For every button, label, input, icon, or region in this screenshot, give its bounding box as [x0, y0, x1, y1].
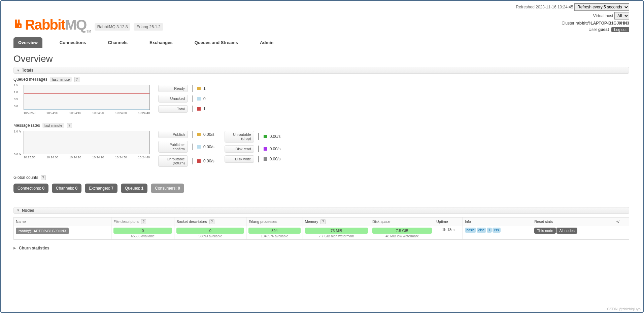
erlang-version: Erlang 26.1.2	[134, 23, 163, 31]
tab-admin[interactable]: Admin	[255, 37, 278, 48]
legend-item: Total 1	[158, 105, 206, 113]
legend-item: Unroutable (return) 0.00/s	[158, 155, 214, 167]
help-icon[interactable]: ?	[320, 219, 326, 224]
table-header: Reset stats	[532, 217, 614, 226]
legend-label[interactable]: Publisher confirm	[158, 141, 188, 152]
user-name: guest	[598, 27, 609, 32]
legend-value: 0.00/s	[203, 159, 214, 163]
tab-overview[interactable]: Overview	[13, 37, 42, 48]
legend-swatch	[264, 147, 267, 151]
table-header: Erlang processes	[246, 217, 303, 226]
info-tag: basic	[465, 228, 476, 233]
churn-section-header[interactable]: ▶ Churn statistics	[13, 246, 629, 250]
cluster-label: Cluster	[562, 21, 575, 26]
watermark-text: CSDN @zhizhiqiuya	[607, 307, 641, 311]
legend-item: Disk write 0.00/s	[225, 155, 281, 163]
rabbitmq-version: RabbitMQ 3.12.8	[95, 23, 131, 31]
totals-section-header[interactable]: ▼ Totals	[13, 67, 629, 74]
table-header: File descriptors ?	[111, 217, 174, 226]
queued-time-badge[interactable]: last minute	[50, 77, 72, 82]
table-header: Socket descriptors ?	[174, 217, 246, 226]
legend-swatch	[264, 135, 267, 138]
churn-title: Churn statistics	[19, 246, 49, 250]
vhost-label: Virtual host	[593, 13, 613, 18]
count-button[interactable]: Queues: 1	[121, 184, 147, 193]
legend-value: 1	[203, 86, 206, 91]
rates-legend-col1: Publish 0.00/s Publisher confirm 0.00/s …	[158, 131, 214, 166]
user-label: User	[588, 27, 598, 32]
help-icon[interactable]: ?	[74, 77, 79, 82]
count-button[interactable]: Connections: 0	[13, 184, 48, 193]
queued-messages-label: Queued messages	[13, 77, 47, 82]
reset-button[interactable]: This node	[534, 228, 556, 234]
refresh-interval-select[interactable]: Refresh every 5 seconds	[574, 3, 629, 11]
chevron-right-icon: ▶	[13, 246, 16, 250]
table-header: Memory ?	[303, 217, 370, 226]
legend-label[interactable]: Total	[158, 105, 188, 113]
cluster-name: rabbit@LAPTOP-B1GJ9HN3	[575, 21, 629, 26]
count-button[interactable]: Channels: 0	[52, 184, 81, 193]
rates-time-badge[interactable]: last minute	[42, 123, 64, 128]
legend-value: 0.00/s	[203, 132, 214, 137]
table-header: Uptime	[434, 217, 463, 226]
rates-legend-col2: Unroutable (drop) 0.00/s Disk read 0.00/…	[225, 131, 281, 162]
global-count-buttons: Connections: 0Channels: 0Exchanges: 7Que…	[13, 184, 629, 193]
message-rates-chart: 1.0 /s0.0 /s 10:23:5010:24:0010:24:1010:…	[13, 131, 150, 159]
legend-value: 0.00/s	[270, 134, 281, 139]
help-icon[interactable]: ?	[209, 219, 214, 224]
legend-label[interactable]: Publish	[158, 131, 188, 138]
legend-item: Publish 0.00/s	[158, 131, 214, 138]
chevron-down-icon: ▼	[16, 69, 20, 72]
queued-messages-chart: 1.51.00.50.0 10:23:5010:24:0010:24:1010:…	[13, 85, 150, 115]
tab-channels[interactable]: Channels	[103, 37, 133, 48]
uptime-value: 1h 18m	[434, 226, 463, 239]
logout-button[interactable]: Log out	[611, 27, 629, 32]
legend-swatch	[197, 133, 201, 136]
table-header[interactable]: +/-	[614, 217, 629, 226]
nodes-title: Nodes	[22, 208, 34, 213]
refreshed-timestamp: Refreshed 2023-11-16 10:24:45	[516, 5, 573, 9]
legend-label[interactable]: Unacked	[158, 95, 188, 102]
global-counts-label: Global counts	[13, 175, 38, 180]
info-tag: 1	[487, 228, 492, 233]
legend-swatch	[197, 145, 201, 149]
totals-title: Totals	[22, 68, 33, 73]
help-icon[interactable]: ?	[41, 175, 46, 180]
help-icon[interactable]: ?	[67, 123, 72, 128]
legend-swatch	[197, 87, 201, 90]
legend-item: Publisher confirm 0.00/s	[158, 141, 214, 152]
legend-label[interactable]: Disk read	[225, 145, 254, 153]
count-button[interactable]: Exchanges: 7	[85, 184, 117, 193]
nodes-section-header[interactable]: ▼ Nodes	[13, 207, 629, 214]
legend-label[interactable]: Ready	[158, 85, 188, 92]
info-tag: rss	[493, 228, 500, 233]
legend-value: 0.00/s	[203, 145, 214, 149]
main-tabs: Overview Connections Channels Exchanges …	[13, 37, 629, 48]
tab-exchanges[interactable]: Exchanges	[145, 37, 177, 48]
help-icon[interactable]: ?	[141, 219, 146, 224]
legend-swatch	[197, 107, 201, 111]
logo: RabbitMQTM	[13, 17, 91, 33]
legend-value: 1	[203, 107, 206, 111]
legend-swatch	[197, 97, 201, 101]
ep-value: 394	[248, 228, 300, 234]
legend-label[interactable]: Unroutable (drop)	[225, 131, 254, 142]
count-button[interactable]: Consumers: 0	[151, 184, 184, 193]
legend-value: 0.00/s	[270, 157, 281, 161]
legend-label[interactable]: Unroutable (return)	[158, 155, 188, 167]
disk-value: 7.5 GiB	[372, 228, 432, 234]
sd-value: 0	[176, 228, 244, 234]
tab-queues[interactable]: Queues and Streams	[190, 37, 243, 48]
fd-value: 0	[113, 228, 172, 234]
reset-button[interactable]: All nodes	[556, 228, 577, 234]
mem-sub: 7.7 GiB high watermark	[305, 234, 368, 238]
queued-legend: Ready 1 Unacked 0 Total 1	[158, 85, 206, 112]
legend-label[interactable]: Disk write	[225, 155, 254, 163]
vhost-select[interactable]: All	[614, 12, 629, 19]
tab-connections[interactable]: Connections	[55, 37, 91, 48]
nodes-table: Name File descriptors ?Socket descriptor…	[13, 217, 629, 240]
disk-sub: 48 MiB low watermark	[372, 234, 432, 238]
node-name-badge[interactable]: rabbit@LAPTOP-B1GJ9HN3	[16, 228, 69, 234]
rabbit-icon	[13, 17, 25, 33]
info-tag: disc	[477, 228, 486, 233]
